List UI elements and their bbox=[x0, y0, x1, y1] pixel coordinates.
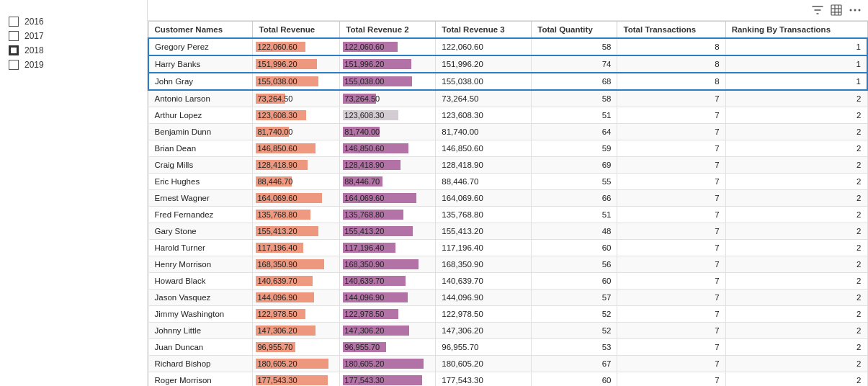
cell-rev1: 146,850.60 bbox=[253, 140, 340, 157]
table-row[interactable]: Jimmy Washington 122,978.50 122,978.50 1… bbox=[148, 306, 867, 323]
cell-rev3: 73,264.50 bbox=[436, 90, 532, 107]
cell-rev1: 144,096.90 bbox=[253, 290, 340, 306]
table-row[interactable]: Ernest Wagner 164,069.60 164,069.60 164,… bbox=[148, 190, 867, 207]
table-row[interactable]: Gary Stone 155,413.20 155,413.20 155,413… bbox=[148, 223, 867, 240]
cell-rev2: 147,306.20 bbox=[340, 323, 436, 339]
table-row[interactable]: Arthur Lopez 123,608.30 123,608.30 123,6… bbox=[148, 107, 867, 124]
table-row[interactable]: Richard Bishop 180,605.20 180,605.20 180… bbox=[148, 356, 867, 372]
table-row[interactable]: Harold Turner 117,196.40 117,196.40 117,… bbox=[148, 240, 867, 256]
cell-trans: 7 bbox=[617, 90, 725, 107]
cell-rank: 1 bbox=[725, 55, 867, 73]
cell-rev3: 123,608.30 bbox=[436, 107, 532, 124]
cell-rev2: 140,639.70 bbox=[340, 273, 436, 290]
sidebar: 2016201720182019 bbox=[0, 0, 148, 386]
table-row[interactable]: Craig Mills 128,418.90 128,418.90 128,41… bbox=[148, 157, 867, 174]
sidebar-item-2019[interactable]: 2019 bbox=[9, 58, 138, 72]
cell-name: Fred Fernandez bbox=[148, 207, 253, 223]
table-row[interactable]: Roger Morrison 177,543.30 177,543.30 177… bbox=[148, 372, 867, 387]
table-row[interactable]: Harry Banks 151,996.20 151,996.20 151,99… bbox=[148, 55, 867, 73]
cell-rev2: 117,196.40 bbox=[340, 240, 436, 256]
col-header-2[interactable]: Total Revenue 2 bbox=[340, 22, 436, 39]
more-icon[interactable] bbox=[848, 3, 862, 17]
sidebar-item-2018[interactable]: 2018 bbox=[9, 43, 138, 58]
checkbox-2017[interactable] bbox=[9, 31, 19, 41]
table-row[interactable]: Gregory Perez 122,060.60 122,060.60 122,… bbox=[148, 38, 867, 55]
cell-trans: 7 bbox=[617, 273, 725, 290]
table-row[interactable]: Benjamin Dunn 81,740.00 81,740.00 81,740… bbox=[148, 124, 867, 140]
cell-rev1: 123,608.30 bbox=[253, 107, 340, 124]
cell-rank: 2 bbox=[725, 223, 867, 240]
cell-name: Jason Vasquez bbox=[148, 290, 253, 306]
table-row[interactable]: Juan Duncan 96,955.70 96,955.70 96,955.7… bbox=[148, 339, 867, 356]
cell-rev3: 96,955.70 bbox=[436, 339, 532, 356]
table-row[interactable]: Antonio Larson 73,264.50 73,264.50 73,26… bbox=[148, 90, 867, 107]
table-row[interactable]: Fred Fernandez 135,768.80 135,768.80 135… bbox=[148, 207, 867, 223]
table-row[interactable]: Johnny Little 147,306.20 147,306.20 147,… bbox=[148, 323, 867, 339]
cell-qty: 51 bbox=[532, 207, 617, 223]
cell-name: Brian Dean bbox=[148, 140, 253, 157]
col-header-3[interactable]: Total Revenue 3 bbox=[436, 22, 532, 39]
cell-rev2: 123,608.30 bbox=[340, 107, 436, 124]
table-row[interactable]: Jason Vasquez 144,096.90 144,096.90 144,… bbox=[148, 290, 867, 306]
cell-name: John Gray bbox=[148, 73, 253, 90]
filter-icon[interactable] bbox=[810, 3, 825, 17]
cell-trans: 7 bbox=[617, 124, 725, 140]
cell-qty: 67 bbox=[532, 356, 617, 372]
col-header-5[interactable]: Total Transactions bbox=[617, 22, 725, 39]
col-header-6[interactable]: Ranking By Transactions bbox=[725, 22, 867, 39]
cell-name: Arthur Lopez bbox=[148, 107, 253, 124]
cell-qty: 60 bbox=[532, 273, 617, 290]
table-icon[interactable] bbox=[829, 3, 844, 17]
cell-name: Harold Turner bbox=[148, 240, 253, 256]
table-container[interactable]: Customer NamesTotal RevenueTotal Revenue… bbox=[148, 21, 868, 386]
cell-trans: 7 bbox=[617, 157, 725, 174]
cell-name: Ernest Wagner bbox=[148, 190, 253, 207]
cell-rev1: 135,768.80 bbox=[253, 207, 340, 223]
cell-name: Harry Banks bbox=[148, 55, 253, 73]
cell-name: Richard Bishop bbox=[148, 356, 253, 372]
sidebar-item-2017[interactable]: 2017 bbox=[9, 29, 138, 43]
cell-rank: 2 bbox=[725, 207, 867, 223]
cell-rev2: 155,038.00 bbox=[340, 73, 436, 90]
checkbox-2016[interactable] bbox=[9, 17, 19, 27]
table-row[interactable]: Howard Black 140,639.70 140,639.70 140,6… bbox=[148, 273, 867, 290]
cell-rank: 2 bbox=[725, 339, 867, 356]
sidebar-label-2017: 2017 bbox=[24, 31, 44, 41]
cell-rev2: 164,069.60 bbox=[340, 190, 436, 207]
table-row[interactable]: Brian Dean 146,850.60 146,850.60 146,850… bbox=[148, 140, 867, 157]
cell-trans: 7 bbox=[617, 339, 725, 356]
cell-rev3: 164,069.60 bbox=[436, 190, 532, 207]
cell-rev1: 96,955.70 bbox=[253, 339, 340, 356]
table-body: Gregory Perez 122,060.60 122,060.60 122,… bbox=[148, 38, 867, 386]
cell-rev3: 140,639.70 bbox=[436, 273, 532, 290]
cell-rev1: 168,350.90 bbox=[253, 256, 340, 273]
table-row[interactable]: Eric Hughes 88,446.70 88,446.70 88,446.7… bbox=[148, 174, 867, 190]
col-header-4[interactable]: Total Quantity bbox=[532, 22, 617, 39]
col-header-1[interactable]: Total Revenue bbox=[253, 22, 340, 39]
col-header-0[interactable]: Customer Names bbox=[148, 22, 253, 39]
cell-rank: 2 bbox=[725, 356, 867, 372]
cell-name: Gregory Perez bbox=[148, 38, 253, 55]
cell-rev3: 180,605.20 bbox=[436, 356, 532, 372]
table-row[interactable]: John Gray 155,038.00 155,038.00 155,038.… bbox=[148, 73, 867, 90]
cell-rev3: 168,350.90 bbox=[436, 256, 532, 273]
cell-trans: 7 bbox=[617, 256, 725, 273]
cell-rev2: 88,446.70 bbox=[340, 174, 436, 190]
cell-name: Craig Mills bbox=[148, 157, 253, 174]
cell-qty: 64 bbox=[532, 124, 617, 140]
sidebar-item-2016[interactable]: 2016 bbox=[9, 14, 138, 29]
svg-point-5 bbox=[850, 9, 852, 12]
cell-trans: 7 bbox=[617, 306, 725, 323]
cell-rev2: 155,413.20 bbox=[340, 223, 436, 240]
table-row[interactable]: Henry Morrison 168,350.90 168,350.90 168… bbox=[148, 256, 867, 273]
cell-rank: 2 bbox=[725, 107, 867, 124]
cell-trans: 7 bbox=[617, 207, 725, 223]
cell-rev1: 180,605.20 bbox=[253, 356, 340, 372]
cell-rank: 1 bbox=[725, 73, 867, 90]
sidebar-label-2019: 2019 bbox=[24, 60, 44, 70]
cell-rank: 2 bbox=[725, 157, 867, 174]
checkbox-2018[interactable] bbox=[9, 45, 19, 55]
checkbox-2019[interactable] bbox=[9, 60, 19, 70]
cell-rev3: 146,850.60 bbox=[436, 140, 532, 157]
cell-qty: 69 bbox=[532, 157, 617, 174]
